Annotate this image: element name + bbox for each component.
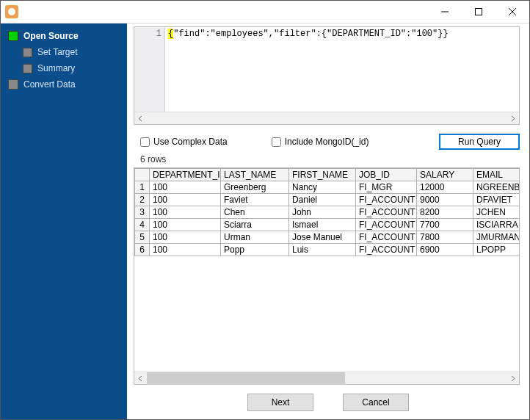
scroll-track[interactable] [147, 372, 507, 385]
row-number: 3 [135, 206, 150, 219]
cell[interactable]: JCHEN [473, 206, 520, 219]
checkbox-input[interactable] [272, 137, 281, 147]
cell[interactable]: 7700 [417, 219, 473, 231]
cell[interactable]: Jose Manuel [289, 231, 356, 244]
step-icon [23, 64, 32, 73]
row-number: 1 [135, 181, 150, 194]
cell[interactable]: Sciarra [221, 219, 289, 231]
cell[interactable]: Faviet [221, 194, 289, 206]
cell[interactable]: Daniel [289, 194, 356, 206]
cell[interactable]: 100 [150, 231, 221, 244]
sidebar-step-open-source[interactable]: Open Source [1, 31, 127, 41]
table-row[interactable]: 1100GreenbergNancyFI_MGR12000NGREENBE1 [135, 181, 520, 194]
col-header[interactable]: FIRST_NAME [289, 169, 356, 181]
svg-rect-1 [476, 9, 482, 15]
scroll-right-icon[interactable] [507, 112, 519, 125]
cell[interactable]: 9000 [417, 194, 473, 206]
table-row[interactable]: 6100PoppLuisFI_ACCOUNT6900LPOPP1 [135, 244, 520, 256]
checkbox-input[interactable] [140, 137, 150, 147]
cell[interactable]: FI_ACCOUNT [356, 194, 417, 206]
sidebar-step-summary[interactable]: Summary [1, 63, 127, 73]
results-grid[interactable]: DEPARTMENT_ID LAST_NAME FIRST_NAME JOB_I… [134, 167, 520, 385]
table-row[interactable]: 3100ChenJohnFI_ACCOUNT8200JCHEN1 [135, 206, 520, 219]
cell[interactable]: Chen [221, 206, 289, 219]
step-label: Summary [37, 63, 75, 73]
cell[interactable]: FI_ACCOUNT [356, 244, 417, 256]
checkbox-label: Include MongoID(_id) [285, 137, 369, 147]
row-number: 2 [135, 194, 150, 206]
cell[interactable]: Luis [289, 244, 356, 256]
cell[interactable]: JMURMAN [473, 231, 520, 244]
grid-hscrollbar[interactable] [134, 372, 519, 384]
cell[interactable]: 100 [150, 244, 221, 256]
cell[interactable]: ISCIARRA [473, 219, 520, 231]
app-icon [5, 5, 18, 18]
step-icon [23, 48, 32, 57]
query-editor[interactable]: 1 {"find":"employees","filter":{"DEPARTM… [134, 26, 520, 125]
run-query-button[interactable]: Run Query [439, 134, 520, 150]
step-label: Open Source [23, 31, 79, 41]
table-row[interactable]: 4100SciarraIsmaelFI_ACCOUNT7700ISCIARRA1 [135, 219, 520, 231]
maximize-button[interactable] [462, 1, 495, 23]
cell[interactable]: 8200 [417, 206, 473, 219]
row-number: 4 [135, 219, 150, 231]
cell[interactable]: 100 [150, 194, 221, 206]
line-number: 1 [134, 29, 161, 39]
col-header[interactable]: DEPARTMENT_ID [150, 169, 221, 181]
cell[interactable]: NGREENBE [473, 181, 520, 194]
button-label: Run Query [458, 137, 501, 147]
cell[interactable]: FI_ACCOUNT [356, 219, 417, 231]
col-header[interactable]: EMAIL [473, 169, 520, 181]
col-header[interactable]: JOB_ID [356, 169, 417, 181]
close-button[interactable] [495, 1, 529, 23]
cell[interactable]: Urman [221, 231, 289, 244]
use-complex-data-checkbox[interactable]: Use Complex Data [140, 137, 228, 147]
cancel-button[interactable]: Cancel [343, 394, 409, 411]
cell[interactable]: Nancy [289, 181, 356, 194]
cell[interactable]: 100 [150, 219, 221, 231]
next-button[interactable]: Next [247, 394, 313, 411]
editor-hscrollbar[interactable] [134, 112, 519, 124]
include-mongoid-checkbox[interactable]: Include MongoID(_id) [272, 137, 369, 147]
cell[interactable]: John [289, 206, 356, 219]
step-icon [8, 79, 18, 90]
step-active-icon [8, 31, 18, 41]
checkbox-label: Use Complex Data [153, 137, 228, 147]
sidebar-step-convert-data[interactable]: Convert Data [1, 79, 127, 90]
col-header[interactable]: SALARY [417, 169, 473, 181]
cell[interactable]: Greenberg [221, 181, 289, 194]
table-row[interactable]: 5100UrmanJose ManuelFI_ACCOUNT7800JMURMA… [135, 231, 520, 244]
cell[interactable]: LPOPP [473, 244, 520, 256]
cell[interactable]: 7800 [417, 231, 473, 244]
table-row[interactable]: 2100FavietDanielFI_ACCOUNT9000DFAVIET1 [135, 194, 520, 206]
cell[interactable]: FI_MGR [356, 181, 417, 194]
button-label: Cancel [362, 397, 389, 408]
wizard-sidebar: Open Source Set Target Summary Convert D… [1, 23, 127, 419]
titlebar [1, 1, 529, 23]
rownum-header [135, 169, 150, 181]
cell[interactable]: DFAVIET [473, 194, 520, 206]
minimize-button[interactable] [428, 1, 462, 23]
row-count-label: 6 rows [127, 154, 529, 167]
cell[interactable]: FI_ACCOUNT [356, 206, 417, 219]
row-number: 6 [135, 244, 150, 256]
scroll-right-icon[interactable] [507, 372, 519, 385]
cell[interactable]: 100 [150, 181, 221, 194]
scroll-left-icon[interactable] [134, 372, 147, 385]
cell[interactable]: 100 [150, 206, 221, 219]
sidebar-step-set-target[interactable]: Set Target [1, 47, 127, 57]
scroll-left-icon[interactable] [134, 112, 147, 125]
button-label: Next [272, 397, 290, 408]
cell[interactable]: 12000 [417, 181, 473, 194]
row-number: 5 [135, 231, 150, 244]
cell[interactable]: Popp [221, 244, 289, 256]
cell[interactable]: 6900 [417, 244, 473, 256]
scroll-track[interactable] [147, 112, 507, 125]
cell[interactable]: Ismael [289, 219, 356, 231]
cell[interactable]: FI_ACCOUNT [356, 231, 417, 244]
editor-code[interactable]: {"find":"employees","filter":{"DEPARTMEN… [165, 27, 519, 112]
header-row: DEPARTMENT_ID LAST_NAME FIRST_NAME JOB_I… [135, 169, 520, 181]
col-header[interactable]: LAST_NAME [221, 169, 289, 181]
step-label: Set Target [37, 47, 77, 57]
step-label: Convert Data [23, 79, 76, 90]
